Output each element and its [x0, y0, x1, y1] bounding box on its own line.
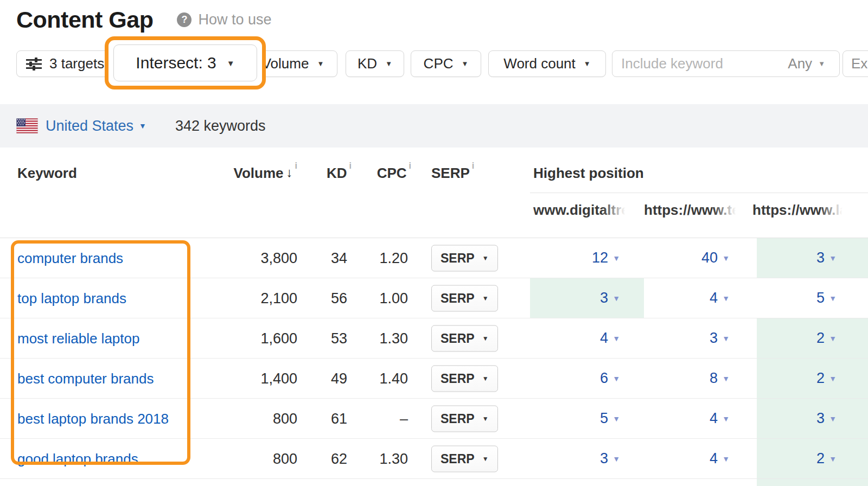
- position-cell-site-3[interactable]: 2 ▼: [757, 439, 868, 478]
- volume-header-label: Volume: [234, 165, 284, 182]
- cpc-filter-label: CPC: [424, 55, 454, 72]
- target-site-column-3: https://www.la: [752, 202, 848, 219]
- chevron-down-icon: ▼: [829, 335, 837, 342]
- position-value: 6: [600, 370, 608, 387]
- kd-header-label: KD: [327, 165, 347, 182]
- position-value: 3: [816, 250, 825, 266]
- position-value: 2: [816, 330, 825, 347]
- table-header: Keyword Volume ↓ i KD i CPC i SERP i Hig…: [0, 148, 868, 238]
- position-value: 4: [710, 410, 718, 427]
- serp-dropdown-button[interactable]: SERP ▼: [431, 405, 498, 432]
- intersect-button[interactable]: Intersect: 3 ▼: [113, 44, 257, 81]
- position-cell-site-3[interactable]: 3 ▼: [757, 399, 868, 438]
- chevron-down-icon: ▼: [722, 295, 730, 302]
- serp-dropdown-button[interactable]: SERP ▼: [431, 285, 498, 311]
- chevron-down-icon: ▼: [818, 60, 825, 67]
- chevron-down-icon: ▼: [482, 335, 489, 342]
- position-cell-site-3[interactable]: 3 ▼: [757, 238, 868, 278]
- target-site-column-1: www.digitaltre: [533, 202, 631, 219]
- position-cell-site-1[interactable]: 4 ▼: [530, 318, 644, 358]
- column-header-highest-position: Highest position: [533, 165, 644, 182]
- kd-cell: 34: [331, 250, 347, 266]
- chevron-down-icon: ▼: [829, 254, 837, 262]
- position-cell-site-2[interactable]: 4 ▼: [644, 439, 757, 478]
- cpc-cell: 1.30: [379, 450, 408, 467]
- kd-cell: 53: [331, 330, 347, 347]
- serp-dropdown-button[interactable]: SERP ▼: [431, 445, 498, 472]
- cpc-header-label: CPC: [377, 165, 407, 182]
- word-count-filter-label: Word count: [503, 55, 575, 72]
- chevron-down-icon: ▼: [584, 60, 591, 67]
- keyword-link[interactable]: best computer brands: [17, 370, 154, 387]
- kd-filter-button[interactable]: KD ▼: [346, 50, 404, 77]
- keyword-link[interactable]: computer brands: [17, 250, 123, 266]
- include-mode-dropdown[interactable]: Any ▼: [788, 55, 839, 72]
- position-cell-site-3[interactable]: 2 ▼: [757, 359, 868, 398]
- kd-filter-label: KD: [358, 55, 377, 72]
- sort-desc-icon: ↓: [286, 165, 293, 180]
- chevron-down-icon: ▼: [317, 60, 324, 67]
- targets-button[interactable]: 3 targets: [16, 50, 113, 77]
- position-cell-site-3[interactable]: 5 ▼: [757, 278, 868, 318]
- how-to-use-link[interactable]: ? How to use: [177, 11, 271, 28]
- position-value: 3: [816, 410, 825, 427]
- position-cell-site-2[interactable]: 8 ▼: [644, 359, 757, 398]
- chevron-down-icon: ▼: [227, 59, 235, 67]
- table-body: computer brands 3,800 34 1.20 SERP ▼ 12 …: [0, 238, 868, 479]
- position-value: 4: [710, 290, 718, 306]
- column-header-keyword: Keyword: [17, 165, 77, 182]
- kd-cell: 56: [331, 290, 347, 306]
- best-position-cell-partial: [757, 479, 868, 486]
- exclude-keyword-box[interactable]: Ex: [843, 50, 868, 77]
- serp-button-label: SERP: [441, 331, 475, 346]
- keyword-link[interactable]: top laptop brands: [17, 290, 126, 306]
- chevron-down-icon: ▼: [612, 254, 620, 262]
- chevron-down-icon: ▼: [829, 375, 837, 382]
- position-cell-site-1[interactable]: 3 ▼: [530, 439, 644, 478]
- position-value: 3: [600, 450, 608, 467]
- keyword-link[interactable]: good laptop brands: [17, 450, 138, 467]
- table-row: best computer brands 1,400 49 1.40 SERP …: [0, 359, 868, 399]
- volume-cell: 2,100: [260, 290, 297, 306]
- country-dropdown[interactable]: United States ▼: [46, 104, 146, 148]
- position-cell-site-1[interactable]: 3 ▼: [530, 278, 644, 318]
- column-header-kd: KD i: [327, 165, 352, 182]
- position-cell-site-2[interactable]: 4 ▼: [644, 399, 757, 438]
- kd-cell: 49: [331, 370, 347, 387]
- serp-button-label: SERP: [441, 371, 475, 386]
- how-to-use-label: How to use: [198, 11, 271, 28]
- position-cell-site-1[interactable]: 5 ▼: [530, 399, 644, 438]
- position-cell-site-1[interactable]: 6 ▼: [530, 359, 644, 398]
- country-label: United States: [46, 118, 133, 135]
- serp-button-label: SERP: [441, 251, 475, 265]
- word-count-filter-button[interactable]: Word count ▼: [488, 50, 606, 77]
- cpc-filter-button[interactable]: CPC ▼: [411, 50, 481, 77]
- cpc-cell: 1.40: [379, 370, 408, 387]
- position-cell-site-2[interactable]: 40 ▼: [644, 238, 757, 278]
- keyword-link[interactable]: best laptop brands 2018: [17, 410, 169, 427]
- keyword-link[interactable]: most reliable laptop: [17, 330, 139, 347]
- kd-cell: 61: [331, 410, 347, 427]
- serp-dropdown-button[interactable]: SERP ▼: [431, 325, 498, 351]
- include-keyword-input[interactable]: [612, 55, 788, 72]
- chevron-down-icon: ▼: [829, 455, 837, 463]
- keyword-count: 342 keywords: [175, 104, 266, 148]
- position-cell-site-3[interactable]: 2 ▼: [757, 318, 868, 358]
- position-value: 3: [710, 330, 718, 347]
- chevron-down-icon: ▼: [612, 375, 620, 382]
- position-cell-site-2[interactable]: 3 ▼: [644, 318, 757, 358]
- chevron-down-icon: ▼: [612, 295, 620, 302]
- include-keyword-box[interactable]: Any ▼: [612, 50, 840, 77]
- position-cell-site-2[interactable]: 4 ▼: [644, 278, 757, 318]
- chevron-down-icon: ▼: [139, 122, 146, 130]
- content-gap-page: Content Gap ? How to use 3 targets Volum…: [0, 0, 868, 486]
- column-header-volume[interactable]: Volume ↓ i: [234, 165, 297, 182]
- serp-dropdown-button[interactable]: SERP ▼: [431, 245, 498, 271]
- info-icon: i: [295, 161, 297, 171]
- target-site-column-2: https://www.te: [644, 202, 742, 219]
- country-bar: United States ▼ 342 keywords: [0, 104, 868, 148]
- cpc-cell: 1.30: [379, 330, 408, 347]
- help-icon: ?: [177, 12, 192, 27]
- serp-dropdown-button[interactable]: SERP ▼: [431, 365, 498, 392]
- position-cell-site-1[interactable]: 12 ▼: [530, 238, 644, 278]
